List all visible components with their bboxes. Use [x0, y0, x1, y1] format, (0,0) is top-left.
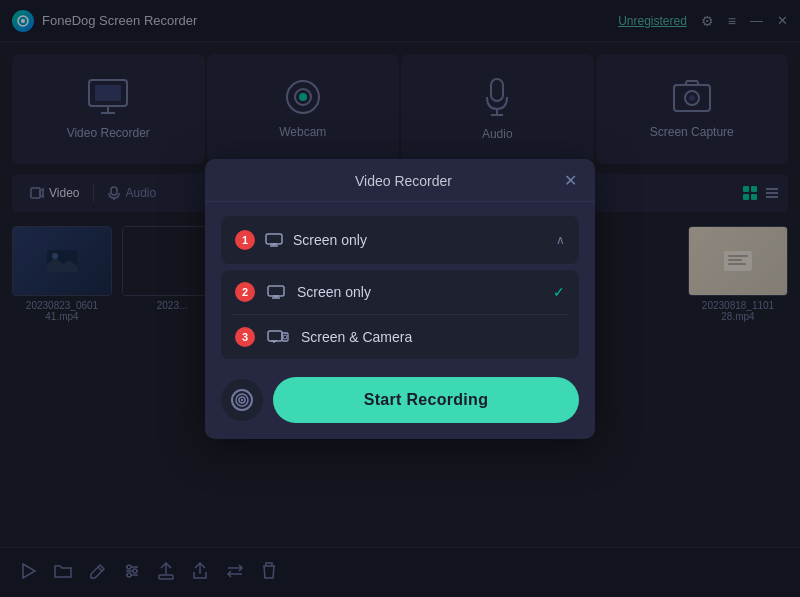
svg-rect-43: [266, 234, 282, 244]
dropdown-list: 2 Screen only ✓ 3: [221, 270, 579, 359]
webcam-btn-inner: [231, 389, 253, 411]
option-num-badge-3: 3: [235, 327, 255, 347]
svg-point-55: [283, 335, 287, 339]
modal-title: Video Recorder: [243, 173, 564, 189]
start-recording-label: Start Recording: [364, 391, 489, 409]
dropdown-num-badge: 1: [235, 230, 255, 250]
dropdown-option-screen-camera[interactable]: 3 Screen & Camera: [221, 315, 579, 359]
screen-only-icon: [265, 233, 283, 247]
modal-body: 1 Screen only ∧ 2: [205, 202, 595, 359]
check-icon: ✓: [553, 284, 565, 300]
option-label-screen-camera: Screen & Camera: [301, 329, 565, 345]
modal-close-button[interactable]: ✕: [564, 173, 577, 189]
dropdown-select[interactable]: 1 Screen only ∧: [221, 216, 579, 264]
webcam-btn-icon: [235, 393, 249, 407]
screen-camera-option-icon: [267, 330, 289, 344]
modal-header: Video Recorder ✕: [205, 159, 595, 202]
modal-dialog: Video Recorder ✕ 1 Screen only ∧ 2: [205, 159, 595, 439]
option-label-screen-only: Screen only: [297, 284, 541, 300]
screen-only-option-icon: [267, 285, 285, 299]
start-recording-button[interactable]: Start Recording: [273, 377, 579, 423]
svg-rect-51: [268, 331, 282, 341]
dropdown-option-screen-only[interactable]: 2 Screen only ✓: [221, 270, 579, 314]
chevron-up-icon: ∧: [556, 233, 565, 247]
start-row: Start Recording: [205, 365, 595, 439]
modal-overlay: Video Recorder ✕ 1 Screen only ∧ 2: [0, 0, 800, 597]
webcam-toggle-button[interactable]: [221, 379, 263, 421]
svg-point-58: [241, 398, 243, 400]
svg-rect-47: [268, 286, 284, 296]
option-num-badge-2: 2: [235, 282, 255, 302]
dropdown-selected-value: Screen only: [293, 232, 546, 248]
